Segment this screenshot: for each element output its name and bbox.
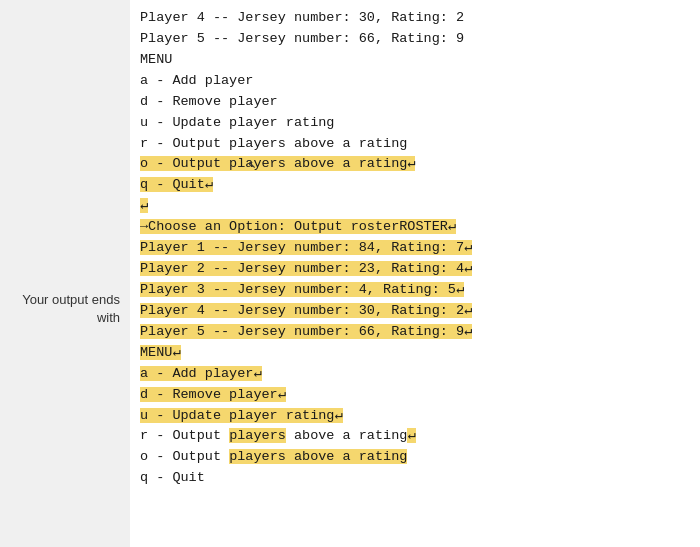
highlight-menu2-d: d - Remove player↵ — [140, 387, 286, 402]
highlight-roster-1: Player 1 -- Jersey number: 84, Rating: 7… — [140, 240, 472, 255]
highlight-roster-4: Player 4 -- Jersey number: 30, Rating: 2… — [140, 303, 472, 318]
return-char: ↵ — [140, 196, 690, 217]
highlight-roster-3: Player 3 -- Jersey number: 4, Rating: 5↵ — [140, 282, 464, 297]
highlight-menu2-r-end: ↵ — [407, 428, 415, 443]
roster-line-3: Player 3 -- Jersey number: 4, Rating: 5↵ — [140, 280, 690, 301]
sidebar-label: Your output ends with — [10, 291, 120, 327]
menu-item-r: r - Output players above a rating — [140, 134, 690, 155]
sidebar-label-line1: Your output ends — [22, 292, 120, 307]
menu2-item-r: r - Output players above a rating↵ — [140, 426, 690, 447]
prompt-line: →Choose an Option: Output rosterROSTER↵ — [140, 217, 690, 238]
highlight-return: ↵ — [140, 198, 148, 213]
menu-item-o-highlighted: o - Output players above a rating↵ — [140, 154, 690, 175]
roster-line-4: Player 4 -- Jersey number: 30, Rating: 2… — [140, 301, 690, 322]
menu-item-q-highlighted: q - Quit↵ — [140, 175, 690, 196]
terminal-output: ↖ Player 4 -- Jersey number: 30, Rating:… — [130, 0, 700, 547]
menu-item-d: d - Remove player — [140, 92, 690, 113]
sidebar-label-line2: with — [97, 310, 120, 325]
menu-header: MENU — [140, 50, 690, 71]
highlight-roster-2: Player 2 -- Jersey number: 23, Rating: 4… — [140, 261, 472, 276]
menu2-item-a: a - Add player↵ — [140, 364, 690, 385]
highlight-menu2-a: a - Add player↵ — [140, 366, 262, 381]
highlight-menu2-u: u - Update player rating↵ — [140, 408, 343, 423]
highlight-prompt: →Choose an Option: Output rosterROSTER↵ — [140, 219, 456, 234]
roster-line-1: Player 1 -- Jersey number: 84, Rating: 7… — [140, 238, 690, 259]
menu-header-2: MENU↵ — [140, 343, 690, 364]
menu-item-a: a - Add player — [140, 71, 690, 92]
highlight-o: o - Output players above a rating↵ — [140, 156, 415, 171]
left-sidebar: Your output ends with — [0, 0, 130, 547]
terminal-line: Player 4 -- Jersey number: 30, Rating: 2 — [140, 8, 690, 29]
roster-line-5: Player 5 -- Jersey number: 66, Rating: 9… — [140, 322, 690, 343]
menu-item-u: u - Update player rating — [140, 113, 690, 134]
highlight-q: q - Quit↵ — [140, 177, 213, 192]
menu2-item-d: d - Remove player↵ — [140, 385, 690, 406]
highlight-roster-5: Player 5 -- Jersey number: 66, Rating: 9… — [140, 324, 472, 339]
highlight-menu2: MENU↵ — [140, 345, 181, 360]
cursor-icon: ↖ — [248, 155, 256, 172]
highlight-menu2-o: players above a rating — [229, 449, 407, 464]
menu2-item-u: u - Update player rating↵ — [140, 406, 690, 427]
roster-line-2: Player 2 -- Jersey number: 23, Rating: 4… — [140, 259, 690, 280]
terminal-line: Player 5 -- Jersey number: 66, Rating: 9 — [140, 29, 690, 50]
menu2-item-o: o - Output players above a rating — [140, 447, 690, 468]
highlight-menu2-r-players: players — [229, 428, 286, 443]
menu2-item-q: q - Quit — [140, 468, 690, 489]
